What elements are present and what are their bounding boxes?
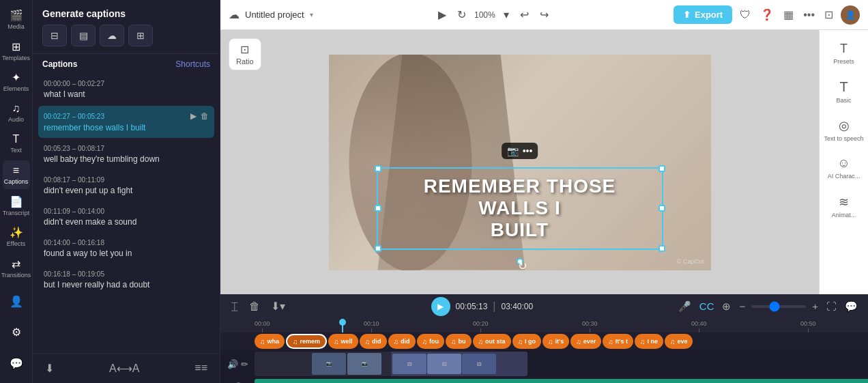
microphone-btn[interactable]: 🎤 <box>676 298 693 315</box>
caption-item-5[interactable]: 00:14:00 – 00:16:18 found a way to let y… <box>38 233 214 264</box>
loop-btn[interactable]: ↻ <box>454 5 469 24</box>
project-name[interactable]: Untitled project <box>245 10 304 20</box>
captions-timeline-btn[interactable]: CC <box>697 298 717 314</box>
zoom-dropdown-icon[interactable]: ▾ <box>501 5 512 24</box>
sidebar-item-transitions[interactable]: ⇄ Transitions <box>3 253 30 281</box>
sidebar-item-captions[interactable]: ≡ Captions <box>3 160 30 188</box>
caption-chip-1[interactable]: ♫remem <box>286 334 327 349</box>
caption-chip-13[interactable]: ♫eve <box>665 334 693 349</box>
zoom-out-btn[interactable]: − <box>737 298 747 314</box>
sidebar-item-text[interactable]: T Text <box>3 130 30 158</box>
sidebar-item-settings[interactable]: ⚙ <box>3 318 30 346</box>
zoom-slider[interactable] <box>751 305 806 308</box>
track-edit-icon[interactable]: ✏ <box>241 359 248 369</box>
caption-chip-6[interactable]: ♫bu <box>446 334 472 349</box>
caption-chip-0[interactable]: ♫wha <box>255 334 285 349</box>
resize-handle-br[interactable] <box>659 245 665 252</box>
text-overlay-container[interactable]: 📷 ••• ↻ REMEMBER THOSE WALLS I BUILT <box>377 167 663 250</box>
download-captions-btn[interactable]: ⬇ <box>42 359 57 378</box>
timeline-scroll[interactable]: 00:00 00:10 00:20 00:30 <box>220 319 868 383</box>
redo-btn[interactable]: ↪ <box>537 5 551 24</box>
fit-to-screen-btn[interactable]: ⊕ <box>720 298 733 315</box>
caption-item-2[interactable]: 00:05:23 – 00:08:17 well baby they're tu… <box>38 139 214 169</box>
caption-chip-4[interactable]: ♫did <box>388 334 416 349</box>
caption-item-4[interactable]: 00:11:09 – 00:14:00 didn't even make a s… <box>38 202 214 232</box>
resize-handle-bl[interactable] <box>375 245 381 252</box>
shortcuts-label[interactable]: Shortcuts <box>175 59 210 69</box>
right-panel-animate[interactable]: ≋ Animat... <box>824 188 865 224</box>
comment-btn[interactable]: 💬 <box>843 298 860 315</box>
transcript-icon: 📄 <box>10 195 23 208</box>
split-view-icon[interactable]: ⊡ <box>822 6 835 23</box>
download-clip-btn[interactable]: ⬇▾ <box>268 297 288 315</box>
tool-auto-caption[interactable]: ⊟ <box>42 25 67 46</box>
project-dropdown-icon[interactable]: ▾ <box>310 11 313 18</box>
caption-chip-5[interactable]: ♫fou <box>417 334 445 349</box>
shield-icon[interactable]: 🛡 <box>738 7 753 23</box>
toolbar-more-icon[interactable]: ••• <box>523 145 533 156</box>
help-circle-icon[interactable]: ❓ <box>758 6 776 23</box>
caption-chip-7[interactable]: ♫out sta <box>473 334 511 349</box>
resize-handle-ml[interactable] <box>375 205 381 212</box>
undo-btn[interactable]: ↩ <box>517 5 532 24</box>
timeline-playhead[interactable] <box>342 319 343 332</box>
resize-handle-tr[interactable] <box>659 165 665 172</box>
split-clip-btn[interactable]: ⌶ <box>229 298 241 315</box>
fullscreen-btn[interactable]: ⛶ <box>824 298 839 314</box>
sidebar-item-templates[interactable]: ⊞ Templates <box>3 36 30 64</box>
ratio-btn[interactable]: ⊡ Ratio <box>229 38 261 70</box>
resize-handle-rotate[interactable]: ↻ <box>517 258 523 265</box>
caption-chip-10[interactable]: ♫ever <box>570 334 601 349</box>
sidebar-item-media[interactable]: 🎬 Media <box>3 5 30 33</box>
sidebar-item-account[interactable]: 👤 <box>3 287 30 315</box>
user-avatar[interactable]: 👤 <box>841 5 860 25</box>
caption-item-0[interactable]: 00:00:00 – 00:02:27 what I want <box>38 74 214 104</box>
caption-time-2: 00:05:23 – 00:08:17 <box>44 145 209 152</box>
video-canvas[interactable]: 📷 ••• ↻ REMEMBER THOSE WALLS I BUILT <box>329 55 711 270</box>
format-captions-btn[interactable]: ≡≡ <box>192 359 210 378</box>
export-btn[interactable]: ⬆ Export <box>674 5 732 24</box>
sidebar-item-elements[interactable]: ✦ Elements <box>3 68 30 96</box>
preview-play-btn[interactable]: ▶ <box>435 5 449 24</box>
right-panel-basic[interactable]: T Basic <box>824 74 865 109</box>
caption-item-3[interactable]: 00:08:17 – 00:11:09 didn't even put up a… <box>38 171 214 201</box>
tts-icon: ◎ <box>839 118 850 133</box>
caption-tools: ⊟ ▤ ☁ ⊞ <box>33 25 220 54</box>
elements-icon: ✦ <box>12 71 20 84</box>
timeline-play-btn[interactable]: ▶ <box>431 297 450 316</box>
video-track[interactable]: 📷 📷 🖼 🖼 🖼 <box>255 352 868 376</box>
delete-clip-btn[interactable]: 🗑 <box>246 298 263 315</box>
sidebar-item-audio[interactable]: ♫ Audio <box>3 98 30 126</box>
sidebar-item-transcript[interactable]: 📄 Transcript <box>3 192 30 220</box>
tool-text-format[interactable]: ▤ <box>71 25 96 46</box>
more-options-icon[interactable]: ••• <box>801 7 817 23</box>
sidebar-item-effects[interactable]: ✨ Effects <box>3 223 30 251</box>
audio-track[interactable]: ♫ Halo (Acoustic) <box>255 379 868 383</box>
resize-handle-tl[interactable] <box>375 165 381 172</box>
play-caption-icon[interactable]: ▶ <box>190 111 197 121</box>
tool-magic[interactable]: ⊞ <box>128 25 153 46</box>
sidebar-item-label: Captions <box>4 178 29 185</box>
right-panel-presets[interactable]: T Presets <box>824 36 865 71</box>
caption-chip-8[interactable]: ♫I go <box>512 334 542 349</box>
translate-btn[interactable]: A⟷A <box>106 359 142 378</box>
caption-chip-2[interactable]: ♫well <box>328 334 358 349</box>
delete-caption-icon[interactable]: 🗑 <box>201 111 209 121</box>
caption-chip-3[interactable]: ♫did <box>360 334 387 349</box>
tool-upload[interactable]: ☁ <box>100 25 124 46</box>
right-panel-tts[interactable]: ◎ Text to speech <box>824 112 865 147</box>
layout-icon[interactable]: ▦ <box>781 6 796 23</box>
track-volume-icon[interactable]: 🔊 <box>227 359 238 369</box>
right-panel-ai-char[interactable]: ☺ AI Charac... <box>824 150 865 186</box>
zoom-level[interactable]: 100% <box>474 10 495 20</box>
caption-chip-9[interactable]: ♫it's <box>542 334 569 349</box>
sidebar-item-help[interactable]: 💬 <box>3 350 30 378</box>
toolbar-camera-icon[interactable]: 📷 <box>507 145 519 156</box>
resize-handle-mr[interactable] <box>659 205 665 212</box>
caption-text-3: didn't even put up a fight <box>44 186 209 195</box>
zoom-in-btn[interactable]: + <box>810 298 820 314</box>
caption-chip-11[interactable]: ♫It's t <box>603 334 633 349</box>
caption-chip-12[interactable]: ♫I ne <box>635 334 663 349</box>
caption-item-1[interactable]: 00:02:27 – 00:05:23 ▶ 🗑 remember those w… <box>38 106 214 138</box>
caption-item-6[interactable]: 00:16:18 – 00:19:05 but I never really h… <box>38 265 214 295</box>
